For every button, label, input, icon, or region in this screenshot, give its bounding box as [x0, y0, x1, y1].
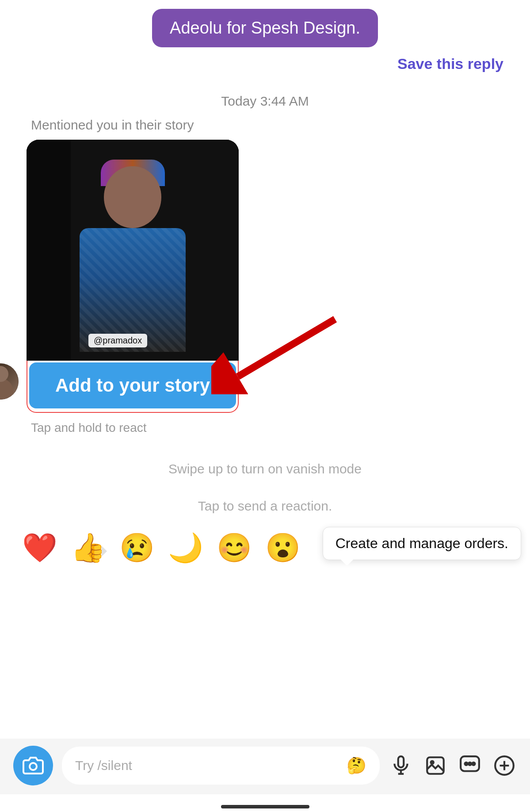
gallery-button[interactable]	[423, 753, 448, 778]
plus-icon	[493, 755, 515, 777]
story-pattern	[80, 228, 186, 352]
bottom-bar: Try /silent 🤔	[0, 739, 530, 794]
message-container: Mentioned you in their story	[0, 118, 530, 435]
mentioned-text: Mentioned you in their story	[31, 118, 503, 133]
story-mention-tag: @pramadox	[88, 334, 147, 347]
camera-button[interactable]	[13, 746, 53, 785]
story-image-wrapper[interactable]: @pramadox	[27, 140, 239, 361]
add-story-btn-wrapper: Add to your story	[27, 361, 239, 413]
avatar-person	[0, 378, 13, 400]
top-message-bubble: Adeolu for Spesh Design.	[152, 9, 378, 47]
story-figure	[62, 166, 203, 352]
surprised-emoji[interactable]: 😮	[265, 531, 301, 564]
chat-icon	[459, 755, 481, 777]
emoji-row: ❤️ 👍 😢 🌙 😊 😮 Create and manage orders.	[0, 522, 530, 573]
svg-point-9	[465, 762, 468, 765]
svg-line-1	[238, 319, 335, 377]
smile-emoji[interactable]: 😊	[217, 531, 252, 564]
tooltip-bubble: Create and manage orders.	[323, 527, 521, 560]
swipe-up-row: Swipe up to turn on vanish mode	[0, 444, 530, 485]
timestamp-row: Today 3:44 AM	[0, 80, 530, 118]
top-bubble-text: Adeolu for Spesh Design.	[170, 19, 360, 37]
moon-emoji[interactable]: 🌙	[168, 531, 203, 564]
save-reply-link[interactable]: Save this reply	[397, 55, 503, 72]
svg-point-11	[472, 762, 475, 765]
gallery-icon	[424, 755, 446, 777]
save-reply-row: Save this reply	[0, 47, 530, 80]
add-to-story-button[interactable]: Add to your story	[29, 362, 236, 408]
input-emoji: 🤔	[347, 756, 366, 775]
avatar	[0, 363, 19, 400]
crying-emoji[interactable]: 😢	[119, 531, 155, 564]
tooltip-text: Create and manage orders.	[336, 535, 508, 551]
tap-reaction-text: Tap to send a reaction.	[198, 499, 332, 514]
svg-point-10	[469, 762, 471, 765]
svg-point-7	[431, 761, 434, 764]
story-image: @pramadox	[27, 140, 239, 361]
home-indicator	[221, 805, 309, 808]
camera-icon	[23, 755, 44, 776]
story-body	[80, 228, 186, 352]
story-head	[104, 166, 161, 228]
chat-sticker-button[interactable]	[458, 753, 482, 778]
top-bubble-area: Adeolu for Spesh Design.	[0, 0, 530, 47]
message-input-area[interactable]: Try /silent 🤔	[62, 747, 380, 785]
input-placeholder: Try /silent	[75, 758, 339, 773]
add-button[interactable]	[492, 753, 517, 778]
swipe-up-text: Swipe up to turn on vanish mode	[168, 461, 362, 477]
thumbs-up-emoji[interactable]: 👍	[71, 531, 106, 564]
tap-reaction-row: Tap to send a reaction.	[0, 485, 530, 522]
avatar-head	[0, 366, 8, 382]
tap-hold-text: Tap and hold to react	[31, 421, 147, 435]
triangle-indicator	[102, 546, 107, 557]
heart-emoji[interactable]: ❤️	[22, 531, 57, 564]
microphone-button[interactable]	[389, 753, 413, 778]
timestamp: Today 3:44 AM	[221, 94, 309, 109]
story-dark-right	[212, 140, 239, 361]
story-card: @pramadox Add to your story Tap and hold…	[27, 140, 503, 435]
bottom-icons	[389, 753, 517, 778]
thumbs-up-wrapper: 👍	[71, 531, 106, 564]
microphone-icon	[390, 755, 412, 777]
svg-point-2	[30, 763, 37, 770]
svg-rect-3	[398, 756, 404, 767]
avatar-inner	[0, 363, 19, 400]
